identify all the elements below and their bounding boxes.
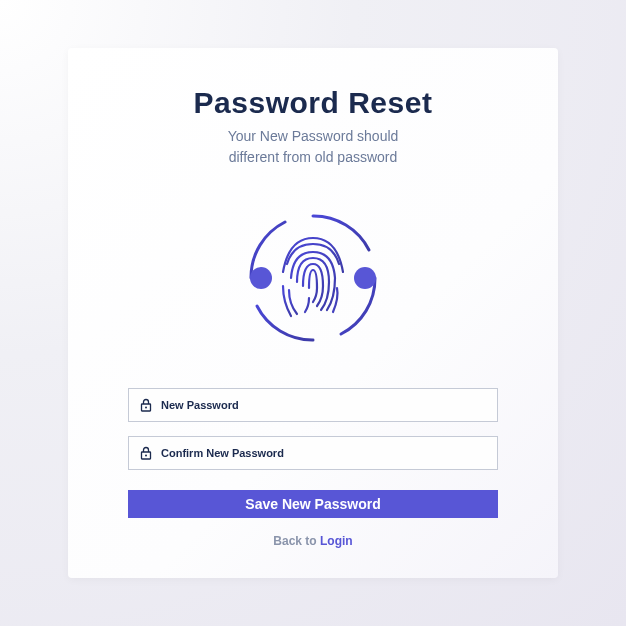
- subtitle-line-2: different from old password: [229, 149, 398, 165]
- subtitle-line-1: Your New Password should: [228, 128, 399, 144]
- svg-point-3: [145, 407, 147, 409]
- new-password-input[interactable]: [161, 399, 487, 411]
- svg-point-0: [250, 267, 272, 289]
- save-password-button[interactable]: Save New Password: [128, 490, 498, 518]
- lock-icon: [139, 398, 153, 412]
- lock-icon: [139, 446, 153, 460]
- page-title: Password Reset: [194, 86, 433, 120]
- fingerprint-icon: [233, 198, 393, 358]
- confirm-password-group: [128, 436, 498, 470]
- back-to-login-row: Back to Login: [273, 534, 352, 548]
- confirm-password-input[interactable]: [161, 447, 487, 459]
- back-text: Back to: [273, 534, 320, 548]
- new-password-wrap: [128, 388, 498, 422]
- page-subtitle: Your New Password should different from …: [228, 126, 399, 168]
- svg-point-1: [354, 267, 376, 289]
- confirm-password-wrap: [128, 436, 498, 470]
- new-password-group: [128, 388, 498, 422]
- svg-point-5: [145, 455, 147, 457]
- login-link[interactable]: Login: [320, 534, 353, 548]
- password-reset-card: Password Reset Your New Password should …: [68, 48, 558, 578]
